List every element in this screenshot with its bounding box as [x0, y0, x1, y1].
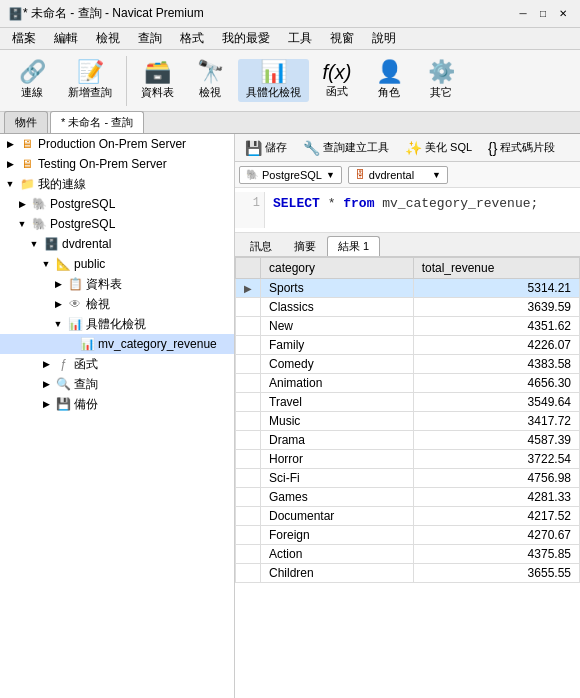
postgresql1-icon: 🐘 [31, 196, 47, 212]
table-row[interactable]: Classics3639.59 [236, 298, 580, 317]
results-table-container[interactable]: category total_revenue ▶Sports5314.21Cla… [235, 257, 580, 698]
public-label: public [74, 257, 105, 271]
minimize-button[interactable]: ─ [514, 5, 532, 23]
save-button[interactable]: 💾 儲存 [239, 138, 293, 158]
row-indicator [236, 469, 261, 488]
db-type-value: PostgreSQL [262, 169, 322, 181]
cell-total-revenue: 4375.85 [413, 545, 579, 564]
tab-query[interactable]: * 未命名 - 查詢 [50, 111, 144, 133]
role-icon: 👤 [376, 61, 403, 83]
table-row[interactable]: Children3655.55 [236, 564, 580, 583]
table-row[interactable]: Games4281.33 [236, 488, 580, 507]
code-snippet-button[interactable]: {} 程式碼片段 [482, 138, 561, 158]
table-row[interactable]: Family4226.07 [236, 336, 580, 355]
new-query-button[interactable]: 📝 新增查詢 [60, 59, 120, 102]
sidebar-item-public[interactable]: ▼ 📐 public [0, 254, 234, 274]
tab-messages[interactable]: 訊息 [239, 236, 283, 256]
db-type-selector[interactable]: 🐘 PostgreSQL ▼ [239, 166, 342, 184]
tables-icon: 📋 [67, 276, 83, 292]
mat-views-label: 具體化檢視 [86, 316, 146, 333]
cell-category: Family [261, 336, 414, 355]
materialized-view-button[interactable]: 📊 具體化檢視 [238, 59, 309, 102]
table-row[interactable]: Drama4587.39 [236, 431, 580, 450]
tab-objects[interactable]: 物件 [4, 111, 48, 133]
menu-window[interactable]: 視窗 [322, 28, 362, 49]
menu-view[interactable]: 檢視 [88, 28, 128, 49]
view-icon: 🔭 [197, 61, 224, 83]
sidebar-item-dvdrental[interactable]: ▼ 🗄️ dvdrental [0, 234, 234, 254]
beautify-label: 美化 SQL [425, 140, 472, 155]
other-button[interactable]: ⚙️ 其它 [417, 59, 465, 102]
table-row[interactable]: Comedy4383.58 [236, 355, 580, 374]
menu-edit[interactable]: 編輯 [46, 28, 86, 49]
sql-content[interactable]: SELECT * from mv_category_revenue; [265, 192, 580, 228]
db-type-arrow: ▼ [326, 170, 335, 180]
sidebar-item-mv-cat-rev[interactable]: 📊 mv_category_revenue [0, 334, 234, 354]
query-builder-button[interactable]: 🔧 查詢建立工具 [297, 138, 395, 158]
arrow-postgresql2: ▼ [16, 219, 28, 229]
cell-category: Horror [261, 450, 414, 469]
table-row[interactable]: Music3417.72 [236, 412, 580, 431]
table-row[interactable]: Travel3549.64 [236, 393, 580, 412]
queries-label: 查詢 [74, 376, 98, 393]
table-row[interactable]: ▶Sports5314.21 [236, 279, 580, 298]
table-row[interactable]: Foreign4270.67 [236, 526, 580, 545]
table-row[interactable]: Horror3722.54 [236, 450, 580, 469]
my-connections-icon: 📁 [19, 176, 35, 192]
function-button[interactable]: f(x) 函式 [313, 60, 361, 101]
sidebar-item-my-connections[interactable]: ▼ 📁 我的連線 [0, 174, 234, 194]
sql-editor[interactable]: 1 SELECT * from mv_category_revenue; [235, 188, 580, 233]
sidebar-item-tables[interactable]: ▶ 📋 資料表 [0, 274, 234, 294]
table-row[interactable]: New4351.62 [236, 317, 580, 336]
maximize-button[interactable]: □ [534, 5, 552, 23]
menu-file[interactable]: 檔案 [4, 28, 44, 49]
arrow-views: ▶ [52, 299, 64, 309]
connect-button[interactable]: 🔗 連線 [8, 59, 56, 102]
sidebar-item-test-server[interactable]: ▶ 🖥 Testing On-Prem Server [0, 154, 234, 174]
beautify-button[interactable]: ✨ 美化 SQL [399, 138, 478, 158]
cell-category: Action [261, 545, 414, 564]
tab-result-1[interactable]: 結果 1 [327, 236, 380, 256]
table-row[interactable]: Documentar4217.52 [236, 507, 580, 526]
arrow-functions: ▶ [40, 359, 52, 369]
tab-summary[interactable]: 摘要 [283, 236, 327, 256]
queries-icon: 🔍 [55, 376, 71, 392]
table-row[interactable]: Animation4656.30 [236, 374, 580, 393]
menu-bar: 檔案 編輯 檢視 查詢 格式 我的最愛 工具 視窗 說明 [0, 28, 580, 50]
table-row[interactable]: Sci-Fi4756.98 [236, 469, 580, 488]
row-indicator [236, 507, 261, 526]
sql-keyword-select: SELECT [273, 196, 320, 211]
table-label: 資料表 [141, 85, 174, 100]
menu-favorites[interactable]: 我的最愛 [214, 28, 278, 49]
sql-star: * [328, 196, 344, 211]
role-button[interactable]: 👤 角色 [365, 59, 413, 102]
schema-arrow: ▼ [432, 170, 441, 180]
menu-tools[interactable]: 工具 [280, 28, 320, 49]
arrow-my-connections: ▼ [4, 179, 16, 189]
row-indicator [236, 412, 261, 431]
sidebar-item-views[interactable]: ▶ 👁 檢視 [0, 294, 234, 314]
close-button[interactable]: ✕ [554, 5, 572, 23]
row-indicator [236, 526, 261, 545]
sidebar-item-backups[interactable]: ▶ 💾 備份 [0, 394, 234, 414]
cell-category: Animation [261, 374, 414, 393]
window-controls[interactable]: ─ □ ✕ [514, 5, 572, 23]
table-row[interactable]: Action4375.85 [236, 545, 580, 564]
sidebar-item-postgresql2[interactable]: ▼ 🐘 PostgreSQL [0, 214, 234, 234]
menu-format[interactable]: 格式 [172, 28, 212, 49]
arrow-public: ▼ [40, 259, 52, 269]
menu-query[interactable]: 查詢 [130, 28, 170, 49]
sidebar-item-mat-views[interactable]: ▼ 📊 具體化檢視 [0, 314, 234, 334]
view-button[interactable]: 🔭 檢視 [186, 59, 234, 102]
col-indicator [236, 258, 261, 279]
backups-label: 備份 [74, 396, 98, 413]
sidebar-item-prod-server[interactable]: ▶ 🖥 Production On-Prem Server [0, 134, 234, 154]
sidebar-item-postgresql1[interactable]: ▶ 🐘 PostgreSQL [0, 194, 234, 214]
sidebar-item-queries[interactable]: ▶ 🔍 查詢 [0, 374, 234, 394]
connect-label: 連線 [21, 85, 43, 100]
table-button[interactable]: 🗃️ 資料表 [133, 59, 182, 102]
mv-cat-rev-icon: 📊 [79, 336, 95, 352]
schema-selector[interactable]: 🗄 dvdrental ▼ [348, 166, 448, 184]
menu-help[interactable]: 說明 [364, 28, 404, 49]
sidebar-item-functions[interactable]: ▶ ƒ 函式 [0, 354, 234, 374]
